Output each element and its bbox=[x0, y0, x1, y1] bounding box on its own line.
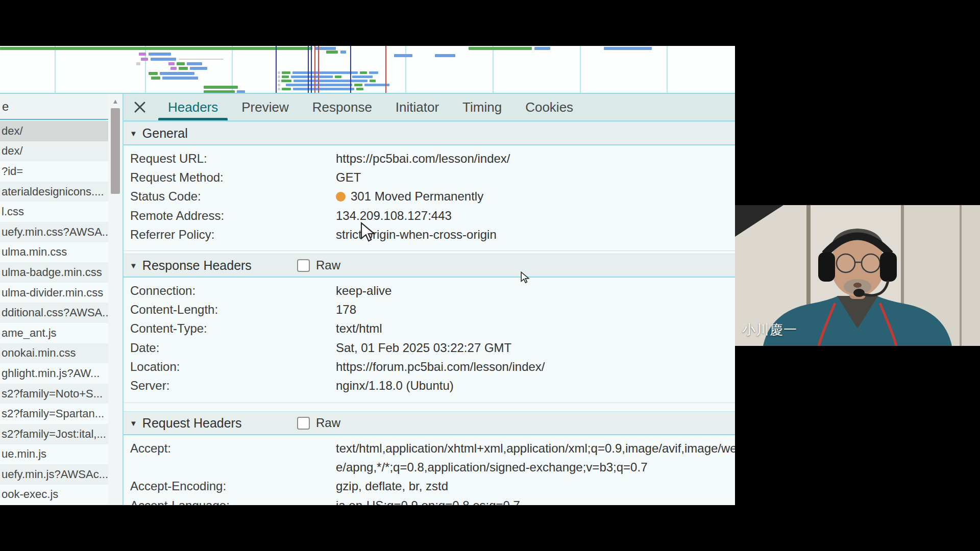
speaker-name: 小川慶一 bbox=[742, 321, 797, 339]
waterfall-bar bbox=[340, 51, 346, 54]
request-row[interactable]: ghlight.min.js?AW... bbox=[0, 363, 108, 384]
waterfall-bar bbox=[278, 80, 280, 82]
section-title: Response Headers bbox=[142, 258, 252, 273]
header-row-server: Server: nginx/1.18.0 (Ubuntu) bbox=[124, 376, 735, 395]
waterfall-bar bbox=[291, 76, 333, 78]
request-row[interactable]: uefy.min.js?AWSAc... bbox=[0, 464, 108, 485]
request-row[interactable]: s2?family=Noto+S... bbox=[0, 384, 108, 404]
header-row-request-method: Request Method: GET bbox=[124, 168, 735, 187]
name-column-header[interactable]: e bbox=[0, 94, 108, 120]
raw-checkbox[interactable] bbox=[297, 259, 310, 272]
request-row[interactable]: l.css bbox=[0, 202, 108, 222]
waterfall-gridline bbox=[580, 46, 581, 93]
raw-checkbox[interactable] bbox=[297, 417, 310, 430]
waterfall-bar bbox=[179, 67, 188, 70]
waterfall-bar bbox=[187, 62, 202, 65]
mic-capsule bbox=[853, 289, 865, 297]
request-row[interactable]: dex/ bbox=[0, 121, 108, 141]
raw-checkbox-label: Raw bbox=[316, 416, 340, 430]
waterfall-bar bbox=[356, 88, 363, 90]
waterfall-gridline bbox=[493, 46, 494, 93]
waterfall-bar bbox=[435, 54, 455, 57]
headphones-right-cup bbox=[880, 252, 897, 282]
request-row[interactable]: ame_ant.js bbox=[0, 323, 108, 343]
request-row[interactable]: ook-exec.js bbox=[0, 485, 108, 505]
section-response-headers-header[interactable]: ▼ Response Headers Raw bbox=[124, 254, 735, 278]
request-row[interactable]: ulma-divider.min.css bbox=[0, 283, 108, 303]
request-row[interactable]: uefy.min.css?AWSA... bbox=[0, 222, 108, 242]
tab-response[interactable]: Response bbox=[301, 94, 384, 120]
disclosure-triangle-icon: ▼ bbox=[130, 419, 137, 428]
waterfall-bar bbox=[168, 62, 175, 65]
name-column-header-label: e bbox=[2, 99, 9, 114]
waterfall-bar bbox=[0, 47, 312, 50]
waterfall-bar bbox=[204, 86, 238, 89]
section-response-headers: ▼ Response Headers Raw Connection: keep-… bbox=[124, 254, 735, 403]
header-row-request-url: Request URL: https://pc5bai.com/lesson/i… bbox=[124, 149, 735, 168]
waterfall-bar bbox=[139, 53, 146, 56]
tab-headers[interactable]: Headers bbox=[156, 94, 230, 120]
waterfall-bar bbox=[282, 71, 290, 74]
waterfall-event-line bbox=[314, 46, 315, 93]
mouth bbox=[853, 283, 862, 288]
waterfall-bar bbox=[360, 71, 367, 74]
request-row[interactable]: dditional.css?AWSA... bbox=[0, 303, 108, 323]
scroll-up-icon[interactable]: ▲ bbox=[108, 95, 122, 107]
waterfall-bar bbox=[162, 77, 198, 80]
section-request-headers-header[interactable]: ▼ Request Headers Raw bbox=[124, 412, 735, 435]
header-row-date: Date: Sat, 01 Feb 2025 03:22:27 GMT bbox=[124, 338, 735, 357]
tab-initiator[interactable]: Initiator bbox=[384, 94, 451, 120]
waterfall-bar bbox=[469, 47, 532, 50]
waterfall-bar bbox=[278, 88, 280, 90]
general-rows: Request URL: https://pc5bai.com/lesson/i… bbox=[124, 145, 735, 244]
raw-toggle: Raw bbox=[297, 412, 340, 434]
waterfall-bar bbox=[278, 76, 280, 78]
waterfall-bar bbox=[136, 62, 140, 65]
waterfall-bar bbox=[369, 71, 378, 74]
close-icon bbox=[133, 101, 146, 114]
header-row-content-type: Content-Type: text/html bbox=[124, 319, 735, 338]
waterfall-bar bbox=[394, 54, 412, 57]
close-request-button[interactable] bbox=[124, 94, 156, 120]
waterfall-bar bbox=[282, 76, 289, 78]
request-row[interactable]: onokai.min.css bbox=[0, 343, 108, 364]
tab-preview[interactable]: Preview bbox=[230, 94, 300, 120]
request-row[interactable]: ?id= bbox=[0, 161, 108, 182]
waterfall-bar bbox=[352, 76, 373, 78]
waterfall-bar bbox=[170, 67, 177, 70]
tab-timing[interactable]: Timing bbox=[451, 94, 513, 120]
waterfall-event-line bbox=[385, 46, 386, 93]
request-row[interactable]: ue.min.js bbox=[0, 444, 108, 465]
request-row[interactable]: aterialdesignicons.... bbox=[0, 182, 108, 202]
request-row[interactable]: ulma.min.css bbox=[0, 242, 108, 263]
raw-checkbox-label: Raw bbox=[316, 258, 340, 272]
waterfall-event-line bbox=[311, 46, 312, 93]
request-row[interactable]: dex/ bbox=[0, 141, 108, 162]
section-general: ▼ General Request URL: https://pc5bai.co… bbox=[124, 121, 735, 251]
waterfall-bar bbox=[286, 84, 352, 86]
network-waterfall-overview bbox=[0, 46, 735, 93]
tab-cookies[interactable]: Cookies bbox=[513, 94, 585, 120]
waterfall-bar bbox=[151, 77, 160, 80]
disclosure-triangle-icon: ▼ bbox=[130, 129, 137, 138]
request-rows: dex/ dex/ ?id= aterialdesignicons.... l.… bbox=[0, 121, 108, 505]
webcam-overlay: 小川慶一 bbox=[735, 205, 980, 346]
scrollbar-thumb[interactable] bbox=[111, 108, 120, 194]
header-row-accept-language: Accept-Language: ja,en-US;q=0.9,en;q=0.8… bbox=[124, 496, 735, 505]
waterfall-bar bbox=[292, 71, 358, 74]
header-row-accept: Accept: text/html,application/xhtml+xml,… bbox=[124, 439, 735, 477]
request-row[interactable]: ulma-badge.min.css bbox=[0, 262, 108, 283]
waterfall-event-line bbox=[276, 46, 277, 93]
waterfall-bar bbox=[190, 67, 207, 70]
raw-toggle: Raw bbox=[297, 254, 340, 277]
waterfall-bar bbox=[149, 53, 171, 56]
waterfall-event-line bbox=[350, 46, 351, 93]
waterfall-bar bbox=[354, 84, 362, 86]
request-list-scrollbar[interactable]: ▲ bbox=[108, 94, 122, 505]
request-row[interactable]: s2?family=Spartan... bbox=[0, 404, 108, 424]
status-dot-301 bbox=[336, 192, 346, 202]
request-row[interactable]: s2?family=Jost:ital,... bbox=[0, 424, 108, 444]
waterfall-bar bbox=[281, 80, 291, 82]
section-general-header[interactable]: ▼ General bbox=[124, 122, 735, 145]
waterfall-bar bbox=[179, 59, 224, 60]
